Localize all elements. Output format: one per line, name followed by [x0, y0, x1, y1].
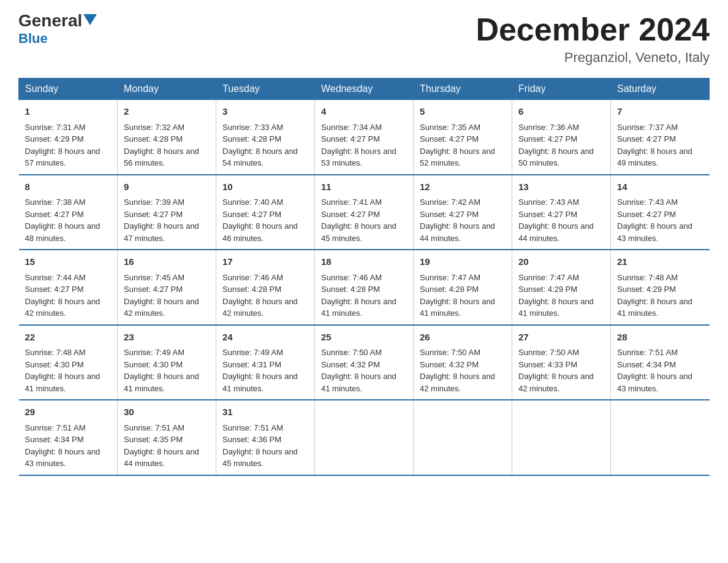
- day-number: 6: [518, 105, 604, 119]
- sunrise-text: Sunrise: 7:46 AMSunset: 4:28 PMDaylight:…: [321, 273, 396, 318]
- sunrise-text: Sunrise: 7:49 AMSunset: 4:31 PMDaylight:…: [222, 348, 298, 393]
- calendar-cell: 24Sunrise: 7:49 AMSunset: 4:31 PMDayligh…: [216, 325, 315, 400]
- sunrise-text: Sunrise: 7:51 AMSunset: 4:36 PMDaylight:…: [222, 423, 298, 469]
- week-row-1: 1Sunrise: 7:31 AMSunset: 4:29 PMDaylight…: [19, 100, 710, 175]
- day-number: 12: [420, 180, 506, 194]
- calendar-table: SundayMondayTuesdayWednesdayThursdayFrid…: [18, 78, 710, 476]
- sunrise-text: Sunrise: 7:40 AMSunset: 4:27 PMDaylight:…: [222, 197, 298, 243]
- week-row-4: 22Sunrise: 7:48 AMSunset: 4:30 PMDayligh…: [19, 325, 710, 400]
- calendar-cell: 7Sunrise: 7:37 AMSunset: 4:27 PMDaylight…: [611, 100, 710, 175]
- sunrise-text: Sunrise: 7:43 AMSunset: 4:27 PMDaylight:…: [518, 197, 594, 243]
- day-number: 23: [124, 331, 210, 345]
- day-number: 10: [222, 180, 308, 194]
- sunrise-text: Sunrise: 7:45 AMSunset: 4:27 PMDaylight:…: [124, 273, 199, 318]
- header-friday: Friday: [512, 79, 611, 100]
- sunrise-text: Sunrise: 7:33 AMSunset: 4:28 PMDaylight:…: [222, 123, 298, 168]
- day-number: 19: [420, 255, 506, 269]
- day-number: 25: [321, 331, 407, 345]
- day-number: 26: [420, 331, 506, 345]
- calendar-cell: 22Sunrise: 7:48 AMSunset: 4:30 PMDayligh…: [19, 325, 118, 400]
- day-number: 2: [124, 105, 210, 119]
- calendar-cell: 10Sunrise: 7:40 AMSunset: 4:27 PMDayligh…: [216, 175, 315, 250]
- day-number: 8: [25, 180, 112, 194]
- sunrise-text: Sunrise: 7:41 AMSunset: 4:27 PMDaylight:…: [321, 197, 396, 243]
- sunrise-text: Sunrise: 7:35 AMSunset: 4:27 PMDaylight:…: [420, 123, 495, 168]
- sunrise-text: Sunrise: 7:47 AMSunset: 4:29 PMDaylight:…: [518, 273, 594, 318]
- logo-triangle-icon: [83, 14, 97, 25]
- calendar-cell: 8Sunrise: 7:38 AMSunset: 4:27 PMDaylight…: [19, 175, 118, 250]
- sunrise-text: Sunrise: 7:50 AMSunset: 4:32 PMDaylight:…: [321, 348, 396, 393]
- sunrise-text: Sunrise: 7:47 AMSunset: 4:28 PMDaylight:…: [420, 273, 495, 318]
- day-number: 30: [124, 405, 210, 419]
- sunrise-text: Sunrise: 7:51 AMSunset: 4:34 PMDaylight:…: [25, 423, 100, 469]
- calendar-cell: 9Sunrise: 7:39 AMSunset: 4:27 PMDaylight…: [118, 175, 216, 250]
- calendar-cell: 26Sunrise: 7:50 AMSunset: 4:32 PMDayligh…: [414, 325, 512, 400]
- day-number: 11: [321, 180, 407, 194]
- calendar-cell: 1Sunrise: 7:31 AMSunset: 4:29 PMDaylight…: [19, 100, 118, 175]
- location: Preganziol, Veneto, Italy: [476, 50, 710, 66]
- day-number: 31: [222, 405, 308, 419]
- header-monday: Monday: [118, 79, 216, 100]
- calendar-cell: 27Sunrise: 7:50 AMSunset: 4:33 PMDayligh…: [512, 325, 611, 400]
- calendar-cell: 5Sunrise: 7:35 AMSunset: 4:27 PMDaylight…: [414, 100, 512, 175]
- calendar-cell: 12Sunrise: 7:42 AMSunset: 4:27 PMDayligh…: [414, 175, 512, 250]
- calendar-cell: [611, 400, 710, 475]
- header-tuesday: Tuesday: [216, 79, 315, 100]
- day-number: 16: [124, 255, 210, 269]
- sunrise-text: Sunrise: 7:44 AMSunset: 4:27 PMDaylight:…: [25, 273, 100, 318]
- header-sunday: Sunday: [19, 79, 118, 100]
- calendar-cell: [512, 400, 611, 475]
- logo-general: General: [18, 12, 82, 29]
- day-number: 15: [25, 255, 112, 269]
- day-number: 29: [25, 405, 112, 419]
- day-number: 24: [222, 331, 308, 345]
- calendar-cell: 25Sunrise: 7:50 AMSunset: 4:32 PMDayligh…: [315, 325, 414, 400]
- sunrise-text: Sunrise: 7:37 AMSunset: 4:27 PMDaylight:…: [617, 123, 692, 168]
- calendar-cell: 11Sunrise: 7:41 AMSunset: 4:27 PMDayligh…: [315, 175, 414, 250]
- page-header: General Blue December 2024 Preganziol, V…: [18, 12, 710, 66]
- day-number: 18: [321, 255, 407, 269]
- day-number: 5: [420, 105, 506, 119]
- day-number: 14: [617, 180, 703, 194]
- svg-marker-0: [83, 14, 97, 25]
- day-number: 17: [222, 255, 308, 269]
- calendar-cell: 23Sunrise: 7:49 AMSunset: 4:30 PMDayligh…: [118, 325, 216, 400]
- sunrise-text: Sunrise: 7:38 AMSunset: 4:27 PMDaylight:…: [25, 197, 100, 243]
- month-title: December 2024: [476, 12, 710, 47]
- calendar-cell: 18Sunrise: 7:46 AMSunset: 4:28 PMDayligh…: [315, 250, 414, 325]
- calendar-cell: 19Sunrise: 7:47 AMSunset: 4:28 PMDayligh…: [414, 250, 512, 325]
- calendar-cell: [414, 400, 512, 475]
- calendar-header-row: SundayMondayTuesdayWednesdayThursdayFrid…: [19, 79, 710, 100]
- sunrise-text: Sunrise: 7:42 AMSunset: 4:27 PMDaylight:…: [420, 197, 495, 243]
- calendar-cell: 28Sunrise: 7:51 AMSunset: 4:34 PMDayligh…: [611, 325, 710, 400]
- day-number: 27: [518, 331, 604, 345]
- calendar-cell: 17Sunrise: 7:46 AMSunset: 4:28 PMDayligh…: [216, 250, 315, 325]
- sunrise-text: Sunrise: 7:46 AMSunset: 4:28 PMDaylight:…: [222, 273, 298, 318]
- sunrise-text: Sunrise: 7:50 AMSunset: 4:32 PMDaylight:…: [420, 348, 495, 393]
- day-number: 22: [25, 331, 112, 345]
- calendar-cell: 30Sunrise: 7:51 AMSunset: 4:35 PMDayligh…: [118, 400, 216, 475]
- calendar-cell: 13Sunrise: 7:43 AMSunset: 4:27 PMDayligh…: [512, 175, 611, 250]
- calendar-cell: 29Sunrise: 7:51 AMSunset: 4:34 PMDayligh…: [19, 400, 118, 475]
- week-row-2: 8Sunrise: 7:38 AMSunset: 4:27 PMDaylight…: [19, 175, 710, 250]
- sunrise-text: Sunrise: 7:31 AMSunset: 4:29 PMDaylight:…: [25, 123, 100, 168]
- week-row-5: 29Sunrise: 7:51 AMSunset: 4:34 PMDayligh…: [19, 400, 710, 475]
- week-row-3: 15Sunrise: 7:44 AMSunset: 4:27 PMDayligh…: [19, 250, 710, 325]
- calendar-cell: 15Sunrise: 7:44 AMSunset: 4:27 PMDayligh…: [19, 250, 118, 325]
- calendar-cell: [315, 400, 414, 475]
- sunrise-text: Sunrise: 7:36 AMSunset: 4:27 PMDaylight:…: [518, 123, 594, 168]
- sunrise-text: Sunrise: 7:49 AMSunset: 4:30 PMDaylight:…: [124, 348, 199, 393]
- calendar-cell: 20Sunrise: 7:47 AMSunset: 4:29 PMDayligh…: [512, 250, 611, 325]
- calendar-cell: 6Sunrise: 7:36 AMSunset: 4:27 PMDaylight…: [512, 100, 611, 175]
- sunrise-text: Sunrise: 7:51 AMSunset: 4:35 PMDaylight:…: [124, 423, 199, 469]
- day-number: 13: [518, 180, 604, 194]
- day-number: 20: [518, 255, 604, 269]
- day-number: 4: [321, 105, 407, 119]
- day-number: 7: [617, 105, 703, 119]
- title-section: December 2024 Preganziol, Veneto, Italy: [476, 12, 710, 66]
- logo: General Blue: [18, 12, 97, 47]
- calendar-cell: 4Sunrise: 7:34 AMSunset: 4:27 PMDaylight…: [315, 100, 414, 175]
- sunrise-text: Sunrise: 7:51 AMSunset: 4:34 PMDaylight:…: [617, 348, 692, 393]
- calendar-cell: 16Sunrise: 7:45 AMSunset: 4:27 PMDayligh…: [118, 250, 216, 325]
- calendar-cell: 2Sunrise: 7:32 AMSunset: 4:28 PMDaylight…: [118, 100, 216, 175]
